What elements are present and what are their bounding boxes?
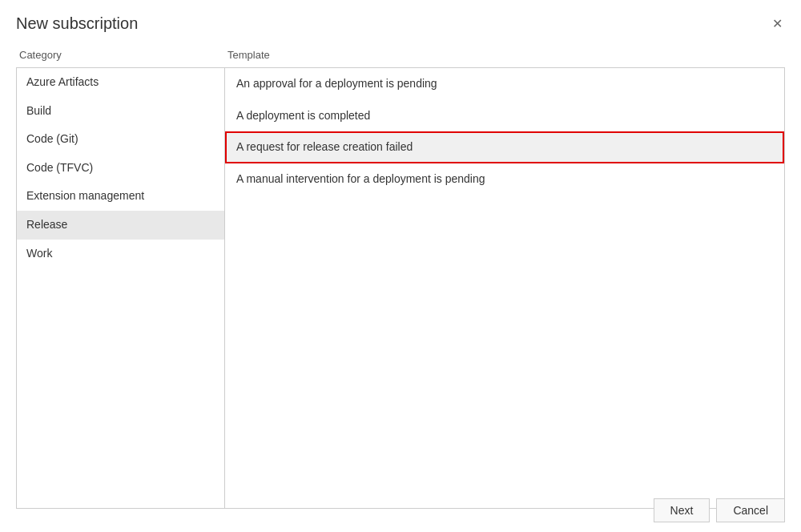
category-item-extension-management[interactable]: Extension management <box>17 182 224 211</box>
template-panel: An approval for a deployment is pendingA… <box>225 68 784 508</box>
main-content: Azure ArtifactsBuildCode (Git)Code (TFVC… <box>16 67 785 509</box>
category-item-build[interactable]: Build <box>17 97 224 126</box>
category-item-azure-artifacts[interactable]: Azure Artifacts <box>17 68 224 97</box>
cancel-button[interactable]: Cancel <box>716 498 785 522</box>
category-column-label: Category <box>16 49 224 61</box>
template-column-label: Template <box>224 49 270 61</box>
dialog-title: New subscription <box>16 14 138 33</box>
close-button[interactable]: ✕ <box>769 16 785 32</box>
template-item-release-creation-failed[interactable]: A request for release creation failed <box>225 131 784 163</box>
dialog-header: New subscription ✕ <box>0 0 801 41</box>
category-panel: Azure ArtifactsBuildCode (Git)Code (TFVC… <box>17 68 225 508</box>
template-item-manual-intervention[interactable]: A manual intervention for a deployment i… <box>225 163 784 195</box>
template-item-approval-pending[interactable]: An approval for a deployment is pending <box>225 68 784 100</box>
template-item-deployment-completed[interactable]: A deployment is completed <box>225 100 784 132</box>
category-item-release[interactable]: Release <box>17 211 224 240</box>
category-item-work[interactable]: Work <box>17 240 224 268</box>
category-item-code-tfvc[interactable]: Code (TFVC) <box>17 154 224 183</box>
next-button[interactable]: Next <box>654 498 710 522</box>
column-labels: Category Template <box>16 49 785 61</box>
category-item-code-git[interactable]: Code (Git) <box>17 125 224 154</box>
new-subscription-dialog: New subscription ✕ Category Template Azu… <box>0 0 801 532</box>
dialog-footer: Next Cancel <box>638 489 801 532</box>
dialog-body: Category Template Azure ArtifactsBuildCo… <box>0 41 801 525</box>
